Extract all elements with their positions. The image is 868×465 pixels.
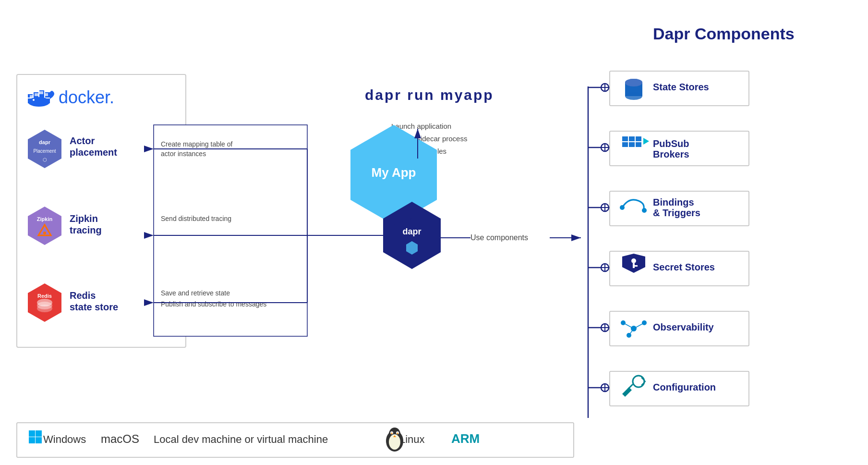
svg-text:Linux: Linux	[399, 433, 425, 445]
svg-text:Publish and subscribe to messa: Publish and subscribe to messages	[161, 300, 266, 308]
svg-rect-9	[35, 93, 38, 96]
svg-rect-92	[636, 136, 641, 141]
svg-text:Use components: Use components	[470, 233, 528, 242]
svg-text:Send distributed tracing: Send distributed tracing	[161, 215, 231, 222]
svg-line-117	[629, 329, 634, 335]
svg-rect-83	[610, 71, 749, 106]
svg-rect-99	[610, 191, 749, 226]
svg-point-60	[601, 84, 609, 91]
svg-text:dapr  run  myapp: dapr run myapp	[365, 87, 494, 103]
svg-point-132	[389, 428, 400, 441]
svg-line-116	[634, 323, 644, 329]
svg-rect-85	[625, 83, 642, 96]
svg-text:Observability: Observability	[653, 322, 714, 332]
svg-rect-11	[44, 93, 48, 96]
svg-line-47	[394, 219, 412, 225]
svg-text:Secret Stores: Secret Stores	[653, 262, 715, 272]
svg-text:Dapr Components: Dapr Components	[653, 24, 795, 43]
svg-point-80	[601, 384, 609, 392]
svg-point-7	[33, 99, 35, 101]
svg-rect-104	[610, 251, 749, 286]
svg-point-28	[37, 302, 52, 309]
svg-rect-10	[39, 91, 43, 94]
svg-rect-8	[30, 95, 34, 98]
svg-marker-105	[622, 254, 645, 273]
svg-text:PubSub: PubSub	[653, 138, 689, 149]
svg-marker-138	[393, 435, 396, 437]
svg-text:My App: My App	[372, 165, 416, 180]
svg-point-76	[601, 324, 609, 331]
svg-marker-13	[28, 130, 61, 168]
svg-point-131	[386, 430, 403, 452]
svg-point-100	[620, 205, 625, 210]
svg-point-27	[37, 305, 52, 312]
svg-point-111	[631, 326, 637, 331]
svg-text:& Triggers: & Triggers	[653, 208, 700, 218]
svg-rect-94	[629, 142, 635, 147]
svg-point-86	[625, 92, 642, 100]
svg-text:state store: state store	[70, 302, 118, 312]
svg-point-137	[397, 433, 398, 434]
svg-rect-127	[36, 437, 42, 443]
svg-rect-126	[29, 437, 35, 443]
svg-text:Launch sidecar process: Launch sidecar process	[391, 135, 467, 143]
svg-point-134	[390, 431, 393, 434]
svg-text:actor instances: actor instances	[161, 150, 206, 158]
svg-rect-108	[635, 265, 638, 267]
svg-rect-124	[29, 430, 35, 437]
svg-text:placement: placement	[70, 147, 117, 158]
svg-text:macOS: macOS	[101, 432, 139, 445]
svg-rect-123	[17, 423, 574, 457]
svg-marker-19	[28, 207, 61, 245]
svg-rect-5	[28, 98, 50, 103]
svg-text:Placement: Placement	[33, 148, 56, 154]
svg-text:Windows: Windows	[43, 433, 86, 445]
svg-point-133	[389, 434, 400, 450]
svg-point-64	[601, 144, 609, 151]
svg-rect-4	[45, 92, 50, 98]
svg-point-120	[633, 376, 644, 387]
svg-point-84	[625, 79, 642, 86]
svg-text:dapr: dapr	[39, 139, 51, 145]
svg-marker-46	[406, 241, 418, 255]
svg-text:Save and retrieve state: Save and retrieve state	[161, 289, 230, 297]
svg-text:Create mapping table of: Create mapping table of	[161, 140, 233, 148]
svg-point-72	[601, 264, 609, 271]
svg-point-113	[642, 320, 647, 325]
svg-rect-90	[622, 136, 628, 141]
svg-text:⬡: ⬡	[43, 157, 47, 162]
svg-line-115	[623, 323, 634, 329]
svg-rect-91	[629, 136, 635, 141]
svg-text:docker.: docker.	[59, 87, 114, 107]
svg-point-106	[631, 258, 636, 263]
svg-text:Actor: Actor	[70, 135, 95, 146]
svg-rect-95	[636, 142, 641, 147]
svg-marker-21	[38, 225, 51, 235]
svg-text:Launch application: Launch application	[391, 122, 451, 130]
svg-point-101	[642, 208, 647, 213]
svg-point-6	[28, 97, 50, 107]
svg-text:Redis: Redis	[70, 290, 96, 301]
svg-rect-110	[610, 311, 749, 346]
svg-text:Zipkin: Zipkin	[37, 216, 53, 222]
svg-rect-1	[28, 94, 33, 98]
svg-text:Configuration: Configuration	[653, 382, 716, 392]
svg-rect-2	[34, 92, 38, 98]
svg-rect-3	[39, 90, 44, 98]
svg-rect-32	[154, 125, 307, 336]
svg-point-114	[627, 333, 631, 338]
svg-text:Local dev machine or virtual m: Local dev machine or virtual machine	[154, 433, 328, 445]
svg-rect-93	[622, 142, 628, 147]
svg-point-112	[621, 320, 626, 325]
svg-point-68	[601, 204, 609, 211]
svg-point-136	[391, 433, 393, 434]
svg-text:dapr: dapr	[402, 227, 421, 236]
svg-line-121	[628, 384, 633, 389]
svg-rect-89	[610, 131, 749, 166]
svg-point-87	[625, 79, 642, 86]
svg-rect-125	[36, 430, 42, 437]
svg-text:tracing: tracing	[70, 225, 102, 235]
svg-text:Bindings: Bindings	[653, 197, 694, 208]
svg-rect-107	[633, 263, 635, 268]
svg-rect-119	[610, 371, 749, 406]
